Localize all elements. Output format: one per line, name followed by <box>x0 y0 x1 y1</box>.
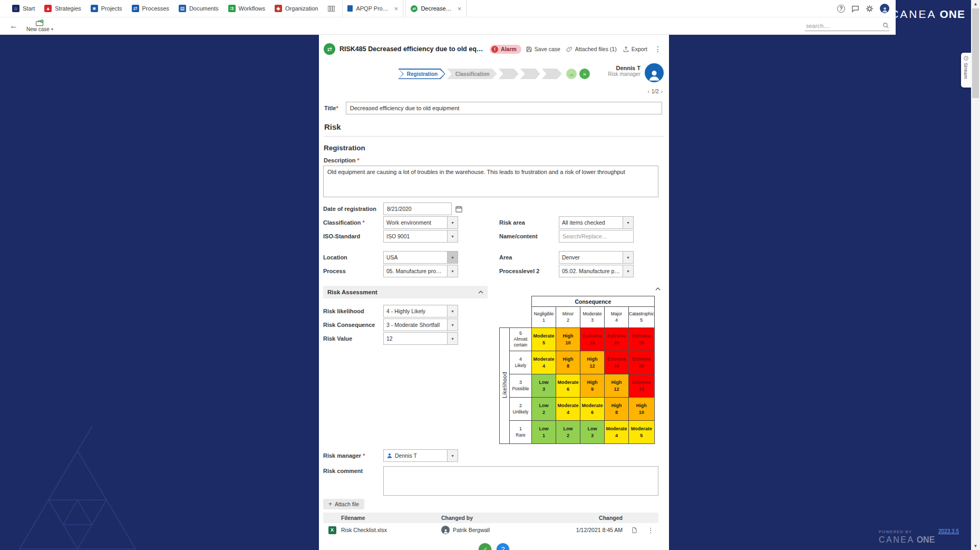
board-columns-icon[interactable] <box>323 0 340 17</box>
modules-list: ⌂Start▲Strategies■Projects⇄Processes▤Doc… <box>7 0 323 17</box>
help-icon[interactable]: ? <box>837 5 845 13</box>
search-box <box>805 21 889 31</box>
description-textarea[interactable]: Old equipment are causing a lot of troub… <box>323 166 658 197</box>
field-label: Classification * <box>323 219 383 226</box>
close-icon[interactable]: × <box>458 5 462 13</box>
save-case-button[interactable]: Save case <box>526 46 560 53</box>
assignee: Dennis T Risk manager <box>608 63 664 82</box>
changed-by-name: Patrik Bergwall <box>453 527 490 533</box>
page-prev-icon[interactable]: ‹ <box>647 89 649 94</box>
matrix-consequence-header: Consequence <box>532 296 655 307</box>
date-of-registration-input[interactable] <box>383 202 452 215</box>
location-select[interactable]: USA▼ <box>383 251 458 264</box>
risk-comment-row: Risk comment <box>323 466 669 496</box>
risk-comment-label: Risk comment <box>323 466 383 474</box>
name-content-input[interactable] <box>559 230 634 243</box>
attach-file-button[interactable]: + Attach file <box>323 499 364 509</box>
new-case-button[interactable]: New case▾ <box>26 20 53 33</box>
matrix-body: ConsequenceNegligible1Minor2Moderate3Maj… <box>500 296 655 444</box>
matrix-cell: Moderate6 <box>580 398 605 421</box>
assignee-avatar[interactable] <box>645 63 664 82</box>
version-link[interactable]: 2023.3.5 <box>938 528 959 534</box>
feedback-icon[interactable] <box>851 5 859 13</box>
file-link[interactable]: Risk Checklist.xlsx <box>341 527 441 533</box>
scroll-down-icon[interactable]: ▼ <box>971 544 980 548</box>
export-button[interactable]: Export <box>623 46 647 53</box>
section-heading-risk: Risk <box>324 122 664 137</box>
assessment-field-row: Risk Value12▼ <box>323 332 488 345</box>
area-select[interactable]: Denver▼ <box>559 251 634 264</box>
module-projects[interactable]: ■Projects <box>86 0 127 17</box>
footer-brand-logo: CANEAONE <box>879 535 959 545</box>
matrix-row-header: 1Rare <box>510 421 532 444</box>
settings-gear-icon[interactable] <box>866 5 874 13</box>
confirm-button[interactable]: ✓ <box>479 543 491 550</box>
stream-tab[interactable]: Stream <box>961 53 971 88</box>
page-next-icon[interactable]: › <box>661 89 663 94</box>
scroll-up-icon[interactable]: ▲ <box>971 2 980 6</box>
field-label: Process <box>323 268 383 274</box>
chevron-down-icon: ▼ <box>448 305 458 317</box>
matrix-cell: Extreme15 <box>629 374 655 398</box>
file-row: XRisk Checklist.xlsxPatrik Bergwall1/12/… <box>323 523 658 537</box>
search-input[interactable] <box>805 21 882 31</box>
document-copy-icon[interactable] <box>626 527 643 534</box>
module-strategies[interactable]: ▲Strategies <box>40 0 86 17</box>
help-button[interactable]: ? <box>497 543 509 550</box>
fast-forward-button[interactable]: » <box>579 69 590 79</box>
case-tab-decreased-effic[interactable]: ⇄Decreased effic...× <box>405 0 467 17</box>
case-tabs: APQP Process de...×⇄Decreased effic...× <box>342 0 469 17</box>
field-label: ISO-Standard <box>323 233 383 239</box>
changed-date: 1/12/2021 8:45 AM <box>541 527 626 533</box>
classification-select[interactable]: Work environment▼ <box>383 216 458 229</box>
matrix-cell: Moderate5 <box>629 421 655 444</box>
module-processes[interactable]: ⇄Processes <box>127 0 174 17</box>
person-icon <box>386 452 393 459</box>
powered-by-block: POWERED BY 2023.3.5 CANEAONE <box>879 528 959 545</box>
case-tab-apqp-process-de[interactable]: APQP Process de...× <box>342 0 403 17</box>
attached-files-button[interactable]: Attached files (1) <box>566 46 617 53</box>
module-start[interactable]: ⌂Start <box>7 0 40 17</box>
risk-consequence-select[interactable]: 3 - Moderate Shortfall▼ <box>383 319 458 331</box>
matrix-cell: Low1 <box>532 421 556 444</box>
back-arrow-icon[interactable]: ← <box>5 21 22 31</box>
chevron-down-icon: ▼ <box>448 265 458 277</box>
module-workflows[interactable]: ⇉Workflows <box>224 0 270 17</box>
matrix-cell: Moderate5 <box>532 328 556 351</box>
kebab-menu-icon[interactable]: ⋮ <box>653 45 663 53</box>
calendar-icon[interactable] <box>455 205 463 213</box>
page-indicator: 1/2 <box>652 89 659 94</box>
close-icon[interactable]: × <box>394 5 399 13</box>
risk-area-select[interactable]: All items checked▼ <box>559 216 634 229</box>
module-organization[interactable]: ◆Organization <box>270 0 323 17</box>
decorative-triangles-graphic <box>17 423 138 550</box>
risk-assessment-header[interactable]: Risk Assessment <box>323 286 488 298</box>
matrix-cell: Extreme15 <box>580 328 605 351</box>
case-title: RISK485 Decreased efficiency due to old … <box>339 45 486 53</box>
matrix-collapse-button[interactable] <box>499 286 665 296</box>
search-icon[interactable] <box>882 22 889 29</box>
kebab-menu-icon[interactable]: ⋮ <box>643 526 658 534</box>
case-type-icon: ⇄ <box>324 43 335 55</box>
processlevel-2-select[interactable]: 05.02. Manufacture prod...▼ <box>559 265 634 277</box>
risk-manager-select[interactable]: Dennis T ▼ <box>383 449 458 462</box>
scrollbar[interactable]: ▲ ▼ <box>971 0 980 550</box>
workflow-step-registration[interactable]: Registration <box>398 69 445 79</box>
risk-likelihood-select[interactable]: 4 - Highly Likely▼ <box>383 305 458 317</box>
risk-comment-textarea[interactable] <box>383 466 658 496</box>
risk-value-select[interactable]: 12▼ <box>383 332 458 345</box>
workflow-step-empty <box>542 69 562 79</box>
module-documents[interactable]: ▤Documents <box>174 0 224 17</box>
scroll-thumb[interactable] <box>972 8 979 98</box>
files-header: Filename Changed by Changed <box>323 513 658 523</box>
process-select[interactable]: 05. Manufacture products▼ <box>383 265 458 277</box>
title-input[interactable] <box>346 102 662 114</box>
workflow-step-empty <box>499 69 519 79</box>
iso-standard-select[interactable]: ISO 9001▼ <box>383 230 458 243</box>
advance-step-button[interactable]: → <box>566 69 577 79</box>
matrix-cell: Low3 <box>580 421 605 444</box>
workflow-step-classification[interactable]: Classification <box>447 69 497 79</box>
alarm-icon: ! <box>491 46 498 53</box>
matrix-col-header: Catastrophic5 <box>629 307 655 328</box>
user-avatar[interactable] <box>880 4 889 13</box>
